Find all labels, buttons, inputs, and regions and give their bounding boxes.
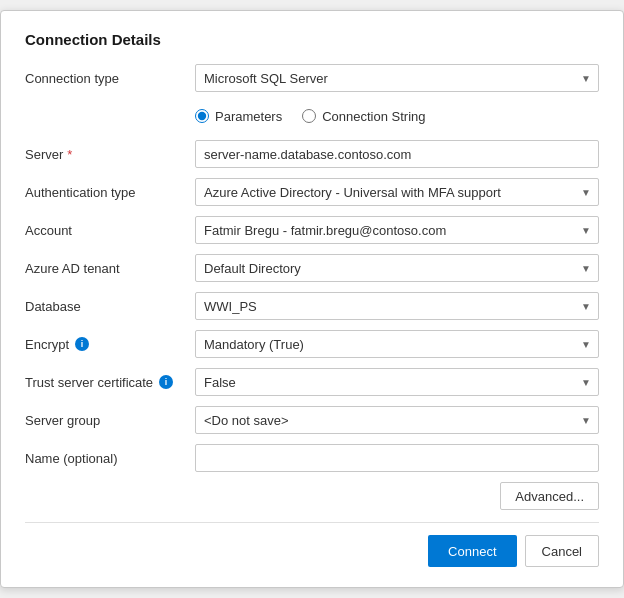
server-input[interactable] — [195, 140, 599, 168]
trust-cert-wrapper: False ▼ — [195, 368, 599, 396]
account-control: Fatmir Bregu - fatmir.bregu@contoso.com … — [195, 216, 599, 244]
database-label: Database — [25, 299, 195, 314]
server-group-control: <Do not save> ▼ — [195, 406, 599, 434]
connection-type-select[interactable]: Microsoft SQL Server — [195, 64, 599, 92]
advanced-button-row: Advanced... — [25, 482, 599, 510]
auth-type-select[interactable]: Azure Active Directory - Universal with … — [195, 178, 599, 206]
auth-type-control: Azure Active Directory - Universal with … — [195, 178, 599, 206]
encrypt-row: Encrypt i Mandatory (True) ▼ — [25, 330, 599, 358]
azure-ad-tenant-row: Azure AD tenant Default Directory ▼ — [25, 254, 599, 282]
account-wrapper: Fatmir Bregu - fatmir.bregu@contoso.com … — [195, 216, 599, 244]
azure-ad-tenant-control: Default Directory ▼ — [195, 254, 599, 282]
encrypt-control: Mandatory (True) ▼ — [195, 330, 599, 358]
trust-cert-control: False ▼ — [195, 368, 599, 396]
server-control — [195, 140, 599, 168]
database-control: WWI_PS ▼ — [195, 292, 599, 320]
name-input[interactable] — [195, 444, 599, 472]
radio-group: Parameters Connection String — [195, 109, 599, 124]
auth-type-wrapper: Azure Active Directory - Universal with … — [195, 178, 599, 206]
radio-parameters-input[interactable] — [195, 109, 209, 123]
dialog-title: Connection Details — [25, 31, 599, 48]
server-required-star: * — [67, 147, 72, 162]
radio-parameters-label: Parameters — [215, 109, 282, 124]
radio-connection-string-label: Connection String — [322, 109, 425, 124]
radio-parameters-option[interactable]: Parameters — [195, 109, 282, 124]
azure-ad-tenant-wrapper: Default Directory ▼ — [195, 254, 599, 282]
server-group-label: Server group — [25, 413, 195, 428]
account-select[interactable]: Fatmir Bregu - fatmir.bregu@contoso.com — [195, 216, 599, 244]
account-label: Account — [25, 223, 195, 238]
connection-type-wrapper: Microsoft SQL Server ▼ — [195, 64, 599, 92]
azure-ad-tenant-label: Azure AD tenant — [25, 261, 195, 276]
encrypt-label: Encrypt i — [25, 337, 195, 352]
azure-ad-tenant-select[interactable]: Default Directory — [195, 254, 599, 282]
connection-details-dialog: Connection Details Connection type Micro… — [0, 10, 624, 588]
connection-type-row: Connection type Microsoft SQL Server ▼ — [25, 64, 599, 92]
name-row: Name (optional) — [25, 444, 599, 472]
radio-connection-string-option[interactable]: Connection String — [302, 109, 425, 124]
name-label: Name (optional) — [25, 451, 195, 466]
trust-cert-row: Trust server certificate i False ▼ — [25, 368, 599, 396]
radio-connection-string-input[interactable] — [302, 109, 316, 123]
auth-type-row: Authentication type Azure Active Directo… — [25, 178, 599, 206]
cancel-button[interactable]: Cancel — [525, 535, 599, 567]
connection-type-control: Microsoft SQL Server ▼ — [195, 64, 599, 92]
trust-cert-select[interactable]: False — [195, 368, 599, 396]
encrypt-wrapper: Mandatory (True) ▼ — [195, 330, 599, 358]
connect-button[interactable]: Connect — [428, 535, 516, 567]
connection-type-label: Connection type — [25, 71, 195, 86]
trust-cert-label: Trust server certificate i — [25, 375, 195, 390]
advanced-button[interactable]: Advanced... — [500, 482, 599, 510]
database-select[interactable]: WWI_PS — [195, 292, 599, 320]
server-label: Server * — [25, 147, 195, 162]
database-row: Database WWI_PS ▼ — [25, 292, 599, 320]
footer-buttons: Connect Cancel — [25, 522, 599, 567]
database-wrapper: WWI_PS ▼ — [195, 292, 599, 320]
name-control — [195, 444, 599, 472]
radio-row: Parameters Connection String — [25, 102, 599, 130]
auth-type-label: Authentication type — [25, 185, 195, 200]
server-group-row: Server group <Do not save> ▼ — [25, 406, 599, 434]
account-row: Account Fatmir Bregu - fatmir.bregu@cont… — [25, 216, 599, 244]
server-group-select[interactable]: <Do not save> — [195, 406, 599, 434]
encrypt-info-icon[interactable]: i — [75, 337, 89, 351]
server-group-wrapper: <Do not save> ▼ — [195, 406, 599, 434]
trust-cert-info-icon[interactable]: i — [159, 375, 173, 389]
server-row: Server * — [25, 140, 599, 168]
encrypt-select[interactable]: Mandatory (True) — [195, 330, 599, 358]
